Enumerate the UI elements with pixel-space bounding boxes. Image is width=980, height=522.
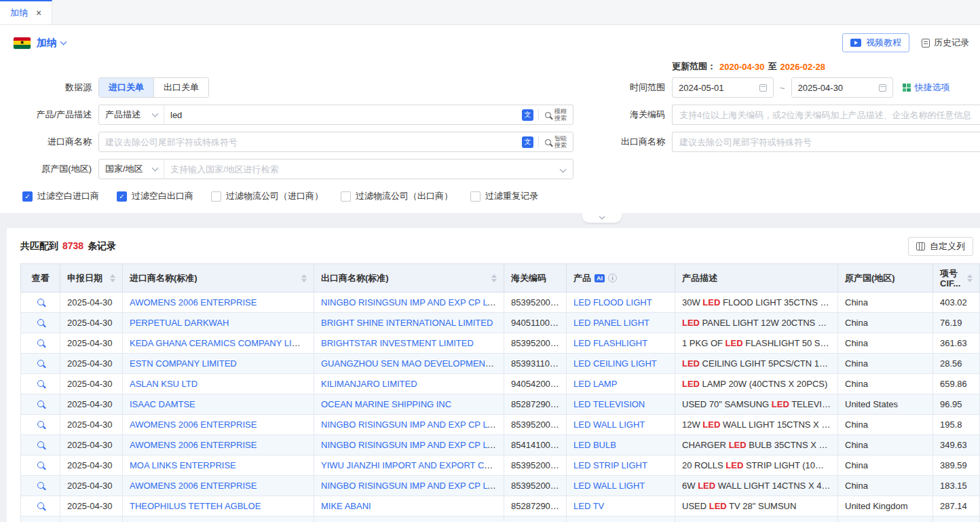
column-header[interactable]: 项号CIF... (933, 264, 980, 293)
checkbox[interactable] (341, 191, 351, 202)
end-date-input[interactable]: 2025-04-30 (791, 77, 893, 98)
importer-name-cell[interactable]: ISAAC DAMTSE (123, 394, 314, 415)
filter-checkbox-item[interactable]: 过滤空白出口商 (117, 190, 193, 202)
checkbox[interactable] (22, 191, 33, 202)
product-cell[interactable]: LED CEILING LIGHT (567, 354, 675, 374)
importer-name-cell[interactable]: NOVA PLUS LTD (123, 517, 314, 522)
country-name[interactable]: 加纳 (37, 37, 57, 50)
exporter-name-cell[interactable]: MIKE ABANI (314, 496, 504, 517)
exporter-name-cell[interactable]: BRIGHTSTAR INVESTMENT LIMITED (314, 333, 504, 354)
smart-search-button[interactable]: 智能 搜索 (539, 135, 573, 149)
checkbox[interactable] (470, 191, 480, 202)
translate-icon[interactable] (522, 109, 533, 121)
importer-name-cell[interactable]: AWOMENS 2006 ENTERPRISE (123, 415, 314, 435)
sort-icon[interactable] (106, 274, 115, 282)
view-cell[interactable] (21, 415, 60, 435)
exporter-name-cell[interactable]: NINGBO RISINGSUN IMP AND EXP CP LTD (314, 415, 504, 435)
product-cell[interactable]: LED TV (567, 496, 675, 517)
view-cell[interactable] (21, 394, 60, 415)
view-detail-icon[interactable] (37, 482, 44, 489)
view-cell[interactable] (21, 354, 60, 374)
view-cell[interactable] (21, 496, 60, 517)
importer-name-cell[interactable]: THEOPHILUS TETTEH AGBLOE (123, 496, 314, 517)
history-button[interactable]: 历史记录 (922, 37, 969, 49)
importer-name-cell[interactable]: AWOMENS 2006 ENTERPRISE (123, 293, 314, 313)
origin-type-select[interactable]: 国家/地区 (99, 160, 164, 179)
checkbox[interactable] (211, 191, 221, 202)
importer-name-cell[interactable]: ESTN COMPANY LIMITED (123, 354, 314, 374)
importer-name-cell[interactable]: KEDA GHANA CERAMICS COMPANY LIMITED (123, 333, 314, 354)
tab-export-declarations[interactable]: 出口关单 (153, 78, 208, 97)
importer-name-cell[interactable]: AWOMENS 2006 ENTERPRISE (123, 476, 314, 496)
view-detail-icon[interactable] (37, 502, 44, 509)
product-cell[interactable]: LED WALL LIGHT (567, 415, 675, 435)
view-cell[interactable] (21, 435, 60, 455)
sort-icon[interactable] (297, 274, 307, 282)
filter-checkbox-item[interactable]: 过滤物流公司（出口商） (341, 190, 453, 202)
view-detail-icon[interactable] (37, 441, 44, 448)
importer-name-input[interactable] (99, 137, 517, 147)
sort-icon[interactable] (487, 274, 497, 282)
product-search-input[interactable] (164, 110, 517, 120)
origin-country-input[interactable] (164, 164, 558, 174)
filter-checkbox-item[interactable]: 过滤重复记录 (470, 190, 538, 202)
view-detail-icon[interactable] (37, 319, 44, 326)
column-header[interactable]: 申报日期 (60, 264, 123, 293)
chevron-down-icon[interactable] (60, 38, 67, 45)
view-detail-icon[interactable] (37, 421, 44, 428)
tab-import-declarations[interactable]: 进口关单 (99, 78, 153, 97)
view-cell[interactable] (21, 476, 60, 496)
view-detail-icon[interactable] (37, 299, 44, 305)
customize-columns-button[interactable]: 自定义列 (908, 237, 973, 256)
column-header[interactable]: 出口商名称(标准) (314, 264, 504, 293)
tab-ghana[interactable]: 加纳 (0, 0, 52, 24)
exporter-name-cell[interactable]: NINGBO RISINGSUN IMP AND EXP CP LTD (314, 293, 504, 313)
importer-name-cell[interactable]: MOA LINKS ENTERPRISE (123, 455, 314, 476)
product-cell[interactable]: LED STRIP LIGHT (567, 455, 675, 476)
start-date-input[interactable]: 2024-05-01 (672, 77, 774, 98)
view-cell[interactable] (21, 293, 60, 313)
product-cell[interactable]: LED DOWNLIGHT (567, 517, 675, 522)
view-detail-icon[interactable] (37, 360, 44, 367)
checkbox[interactable] (117, 191, 127, 202)
view-detail-icon[interactable] (37, 462, 44, 468)
product-cell[interactable]: LED FLASHLIGHT (567, 333, 675, 354)
product-cell[interactable]: LED TELEVISION (567, 394, 675, 415)
view-cell[interactable] (21, 374, 60, 394)
exporter-name-cell[interactable]: YIWU JIANZHI IMPORT AND EXPORT CO LTD (314, 455, 504, 476)
filter-checkbox-item[interactable]: 过滤空白进口商 (22, 190, 99, 202)
view-cell[interactable] (21, 455, 60, 476)
exporter-name-cell[interactable]: GUANGZHOU SEN MAO DEVELOPMENT C... (314, 354, 504, 374)
column-header[interactable]: 进口商名称(标准) (123, 264, 314, 293)
exporter-name-cell[interactable]: NINGBO RISINGSUN IMP AND EXP CP LTD (314, 476, 504, 496)
fuzzy-search-button[interactable]: 模糊 搜索 (539, 108, 573, 122)
exporter-name-cell[interactable]: OCEAN MARINE SHIPPING INC (314, 394, 504, 415)
view-cell[interactable] (21, 517, 60, 522)
product-cell[interactable]: LED WALL LIGHT (567, 476, 675, 496)
view-detail-icon[interactable] (37, 380, 44, 387)
view-cell[interactable] (21, 333, 60, 354)
exporter-name-cell[interactable]: BRIGHT SHINE INTERNATIONAL LIMITED (314, 313, 504, 333)
sort-icon[interactable] (963, 274, 973, 282)
importer-name-cell[interactable]: AWOMENS 2006 ENTERPRISE (123, 435, 314, 455)
info-icon[interactable] (608, 274, 617, 282)
hs-code-input[interactable] (672, 105, 980, 125)
importer-name-cell[interactable]: ASLAN KSU LTD (123, 374, 314, 394)
exporter-name-cell[interactable]: KILIMANJARO LIMITED (314, 374, 504, 394)
video-tutorial-button[interactable]: 视频教程 (842, 33, 909, 52)
exporter-name-input[interactable] (672, 132, 980, 152)
product-cell[interactable]: LED FLOOD LIGHT (567, 293, 675, 313)
view-cell[interactable] (21, 313, 60, 333)
view-detail-icon[interactable] (37, 339, 44, 346)
product-cell[interactable]: LED PANEL LIGHT (567, 313, 675, 333)
exporter-name-cell[interactable]: NINGBO RISINGSUN IMP AND EXP CP LTD (314, 435, 504, 455)
tab-close-icon[interactable] (36, 7, 41, 18)
view-detail-icon[interactable] (37, 400, 44, 407)
translate-icon[interactable] (522, 136, 533, 148)
exporter-name-cell[interactable]: SHERAV HK LTD (314, 517, 504, 522)
product-field-select[interactable]: 产品描述 (99, 105, 164, 124)
product-cell[interactable]: LED LAMP (567, 374, 675, 394)
collapse-panel-toggle[interactable] (582, 213, 622, 223)
quick-options-link[interactable]: 快捷选项 (903, 81, 950, 94)
importer-name-cell[interactable]: PERPETUAL DARKWAH (123, 313, 314, 333)
